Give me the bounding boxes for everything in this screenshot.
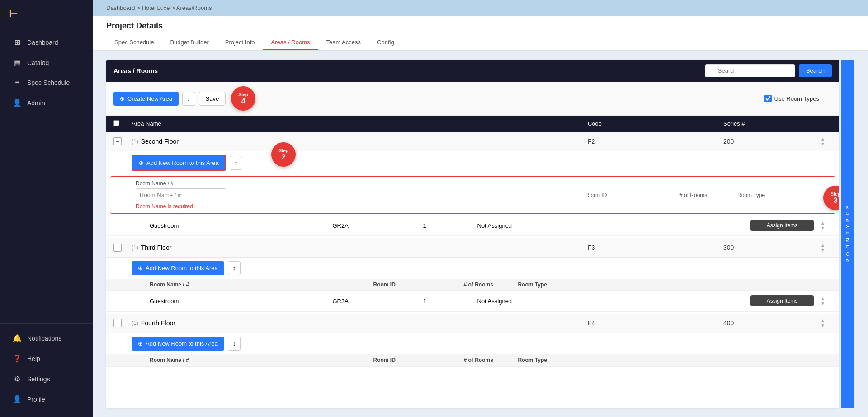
profile-icon: 👤 [13,395,22,403]
use-room-types-checkbox[interactable] [764,95,772,102]
tab-spec-schedule[interactable]: Spec Schedule [106,35,162,50]
breadcrumb-separator: > [171,5,176,11]
table-header: Area Name Code Series # [106,116,839,132]
search-button[interactable]: Search [799,64,832,77]
room-col-headers: Room Name / # Room ID # of Rooms Room Ty… [106,279,839,291]
area-count: (1) [132,320,138,326]
save-button[interactable]: Save [199,92,226,106]
room-type-cell: Not Assigned [477,298,568,305]
area-name: Fourth Floor [141,319,175,327]
sidebar-item-label: Admin [27,99,45,107]
sort-room-button-f3[interactable]: ↕ [228,261,241,275]
plus-circle-icon: ⊕ [138,265,143,272]
sort-arrows[interactable]: ▲▼ [814,136,832,146]
add-new-room-button-f2[interactable]: ⊕ Guestroom Add New Room to this Area [132,155,226,171]
sort-arrows[interactable]: ▲▼ [814,296,832,306]
search-container: Search [705,64,832,77]
room-name-error: Room Name is required [136,203,582,210]
room-name-cell: Guestroom [150,222,333,229]
plus-circle-icon: ⊕ [120,95,125,102]
sort-arrows[interactable]: ▲▼ [814,220,832,230]
search-input[interactable] [705,64,795,77]
area-name: Second Floor [141,138,179,145]
room-name-cell: Guestroom [150,298,333,305]
tab-project-info[interactable]: Project Info [217,35,263,50]
room-section: ⊕ Guestroom Add New Room to this Area ↕ … [106,151,839,236]
assign-items-button-f3[interactable]: Assign Items [750,295,814,306]
breadcrumb-item[interactable]: Hotel Luxe [142,5,170,11]
collapse-button[interactable]: − [113,137,122,145]
area-series: 200 [723,138,814,145]
sidebar-item-admin[interactable]: 👤 Admin [4,93,89,112]
sort-arrows[interactable]: ▲▼ [814,243,832,253]
sort-room-button-f2[interactable]: ↕ [230,156,243,170]
room-type-cell: Not Assigned [477,222,568,229]
sidebar-item-label: Help [27,355,40,362]
areas-content[interactable]: − (1) Second Floor F2 200 ▲▼ ⊕ [106,132,839,408]
num-rooms-cell: 1 [423,222,477,229]
room-section: ⊕ Add New Room to this Area ↕ Room Name … [106,333,839,367]
sidebar-item-profile[interactable]: 👤 Profile [4,389,89,409]
area-name: Third Floor [141,244,172,251]
project-tabs: Spec Schedule Budget Builder Project Inf… [106,35,854,50]
breadcrumb-item[interactable]: Dashboard [106,5,135,11]
help-icon: ❓ [13,354,22,363]
sidebar-nav: ⊞ Dashboard ▦ Catalog ≡ Spec Schedule 👤 … [0,28,93,320]
room-id-header: Room ID [585,192,676,198]
room-types-panel[interactable]: R O O M T Y P E S [841,60,854,408]
add-new-room-button-f4[interactable]: ⊕ Add New Room to this Area [132,337,224,351]
sidebar-item-label: Catalog [27,59,49,66]
sidebar-item-label: Settings [27,375,50,383]
collapse-button[interactable]: − [113,319,122,327]
use-room-types-container: Use Room Types [764,95,819,102]
sort-button[interactable]: ↕ [182,92,195,106]
toolbar: ⊕ Create New Area ↕ Save Step 4 Use Room… [106,82,839,116]
add-room-row: ⊕ Guestroom Add New Room to this Area ↕ … [106,151,839,174]
panel-title: Areas / Rooms [113,67,158,75]
tab-team-access[interactable]: Team Access [318,35,369,50]
sort-arrows[interactable]: ▲▼ [814,318,832,328]
sidebar-item-help[interactable]: ❓ Help [4,349,89,368]
sort-room-button-f4[interactable]: ↕ [228,337,241,351]
room-name-input[interactable] [136,188,226,201]
header-code: Code [588,120,723,127]
tab-areas-rooms[interactable]: Areas / Rooms [263,35,318,50]
area-collapse-col: − [113,319,132,328]
room-section: ⊕ Add New Room to this Area ↕ Room Name … [106,258,839,312]
new-room-form: Room Name / # Room Name is required Room… [110,176,835,214]
breadcrumb-item[interactable]: Areas/Rooms [176,5,212,11]
header-series: Series # [723,120,814,127]
collapse-button[interactable]: − [113,244,122,252]
search-wrapper [705,64,795,77]
header-area-name: Area Name [132,120,588,127]
area-row: − (1) Third Floor F3 300 ▲▼ [106,238,839,258]
select-all-checkbox[interactable] [113,120,119,126]
area-series: 300 [723,244,814,251]
area-label: (1) Second Floor [132,138,588,145]
tab-config[interactable]: Config [369,35,402,50]
area-label: (1) Third Floor [132,244,588,251]
area-code: F4 [588,319,723,327]
assign-items-button-f2[interactable]: Assign Items [750,220,814,231]
sidebar-item-dashboard[interactable]: ⊞ Dashboard [4,33,89,52]
area-series: 400 [723,319,814,327]
sidebar-item-label: Spec Schedule [27,79,70,86]
add-new-room-button-f3[interactable]: ⊕ Add New Room to this Area [132,261,224,275]
sidebar-item-spec-schedule[interactable]: ≡ Spec Schedule [4,73,89,92]
create-new-area-button[interactable]: ⊕ Create New Area [113,92,179,106]
sidebar-item-catalog[interactable]: ▦ Catalog [4,53,89,72]
main-content: Dashboard > Hotel Luxe > Areas/Rooms Pro… [93,0,868,417]
sidebar-item-label: Profile [27,396,45,403]
room-name-col: Room Name / # Room Name is required [136,180,582,210]
room-types-label: R O O M T Y P E S [845,205,850,262]
sidebar-item-notifications[interactable]: 🔔 Notifications [4,328,89,348]
room-id-cell: GR3A [333,298,423,305]
sidebar-item-settings[interactable]: ⚙ Settings [4,369,89,389]
plus-circle-icon: ⊕ [139,159,144,166]
header-checkbox-col [113,120,132,127]
project-title: Project Details [106,21,854,31]
tab-budget-builder[interactable]: Budget Builder [162,35,217,50]
settings-icon: ⚙ [13,375,22,383]
area-code: F2 [588,138,723,145]
num-rooms-cell: 1 [423,298,477,305]
